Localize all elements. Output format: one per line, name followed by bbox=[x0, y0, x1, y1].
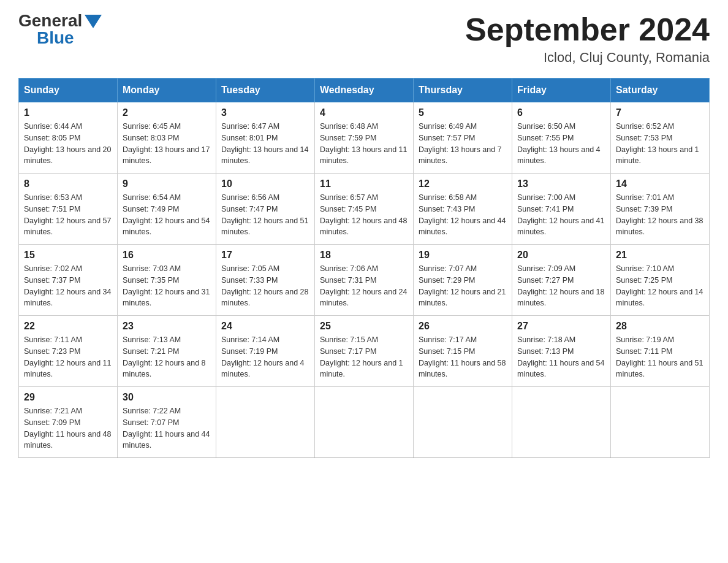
table-row: 17 Sunrise: 7:05 AM Sunset: 7:33 PM Dayl… bbox=[216, 245, 315, 316]
day-number: 22 bbox=[24, 321, 112, 332]
day-info: Sunrise: 6:48 AM Sunset: 7:59 PM Dayligh… bbox=[320, 121, 408, 167]
day-number: 18 bbox=[320, 250, 408, 261]
day-info: Sunrise: 6:49 AM Sunset: 7:57 PM Dayligh… bbox=[419, 121, 507, 167]
day-info: Sunrise: 7:15 AM Sunset: 7:17 PM Dayligh… bbox=[320, 334, 408, 380]
day-info: Sunrise: 6:58 AM Sunset: 7:43 PM Dayligh… bbox=[419, 192, 507, 238]
day-number: 20 bbox=[517, 250, 605, 261]
day-number: 15 bbox=[24, 250, 112, 261]
table-row bbox=[512, 387, 611, 458]
table-row: 16 Sunrise: 7:03 AM Sunset: 7:35 PM Dayl… bbox=[118, 245, 216, 316]
header-friday: Friday bbox=[512, 79, 611, 102]
day-info: Sunrise: 7:05 AM Sunset: 7:33 PM Dayligh… bbox=[221, 263, 309, 309]
calendar-week-row: 15 Sunrise: 7:02 AM Sunset: 7:37 PM Dayl… bbox=[19, 245, 710, 316]
day-info: Sunrise: 7:10 AM Sunset: 7:25 PM Dayligh… bbox=[616, 263, 704, 309]
day-info: Sunrise: 6:57 AM Sunset: 7:45 PM Dayligh… bbox=[320, 192, 408, 238]
weekday-header-row: Sunday Monday Tuesday Wednesday Thursday… bbox=[19, 79, 710, 102]
day-number: 21 bbox=[616, 250, 704, 261]
table-row: 4 Sunrise: 6:48 AM Sunset: 7:59 PM Dayli… bbox=[315, 102, 414, 174]
title-block: September 2024 Iclod, Cluj County, Roman… bbox=[465, 12, 710, 66]
header-monday: Monday bbox=[118, 79, 216, 102]
table-row: 12 Sunrise: 6:58 AM Sunset: 7:43 PM Dayl… bbox=[414, 174, 512, 245]
table-row: 1 Sunrise: 6:44 AM Sunset: 8:05 PM Dayli… bbox=[19, 102, 118, 174]
day-number: 29 bbox=[24, 392, 112, 403]
day-info: Sunrise: 6:56 AM Sunset: 7:47 PM Dayligh… bbox=[221, 192, 309, 238]
day-info: Sunrise: 6:45 AM Sunset: 8:03 PM Dayligh… bbox=[123, 121, 211, 167]
table-row: 6 Sunrise: 6:50 AM Sunset: 7:55 PM Dayli… bbox=[512, 102, 611, 174]
table-row: 30 Sunrise: 7:22 AM Sunset: 7:07 PM Dayl… bbox=[118, 387, 216, 458]
table-row: 14 Sunrise: 7:01 AM Sunset: 7:39 PM Dayl… bbox=[611, 174, 710, 245]
location-text: Iclod, Cluj County, Romania bbox=[465, 50, 710, 66]
logo-triangle-icon bbox=[85, 15, 102, 28]
calendar-week-row: 29 Sunrise: 7:21 AM Sunset: 7:09 PM Dayl… bbox=[19, 387, 710, 458]
table-row: 15 Sunrise: 7:02 AM Sunset: 7:37 PM Dayl… bbox=[19, 245, 118, 316]
day-info: Sunrise: 6:47 AM Sunset: 8:01 PM Dayligh… bbox=[221, 121, 309, 167]
day-info: Sunrise: 6:50 AM Sunset: 7:55 PM Dayligh… bbox=[517, 121, 605, 167]
table-row: 11 Sunrise: 6:57 AM Sunset: 7:45 PM Dayl… bbox=[315, 174, 414, 245]
day-info: Sunrise: 7:22 AM Sunset: 7:07 PM Dayligh… bbox=[123, 405, 211, 451]
day-number: 11 bbox=[320, 178, 408, 190]
calendar-table: Sunday Monday Tuesday Wednesday Thursday… bbox=[18, 78, 710, 458]
day-number: 27 bbox=[517, 321, 605, 332]
header-thursday: Thursday bbox=[414, 79, 512, 102]
table-row: 9 Sunrise: 6:54 AM Sunset: 7:49 PM Dayli… bbox=[118, 174, 216, 245]
table-row: 8 Sunrise: 6:53 AM Sunset: 7:51 PM Dayli… bbox=[19, 174, 118, 245]
table-row bbox=[216, 387, 315, 458]
day-info: Sunrise: 7:19 AM Sunset: 7:11 PM Dayligh… bbox=[616, 334, 704, 380]
day-number: 17 bbox=[221, 250, 309, 261]
day-number: 28 bbox=[616, 321, 704, 332]
day-number: 12 bbox=[419, 178, 507, 190]
day-info: Sunrise: 7:14 AM Sunset: 7:19 PM Dayligh… bbox=[221, 334, 309, 380]
table-row: 7 Sunrise: 6:52 AM Sunset: 7:53 PM Dayli… bbox=[611, 102, 710, 174]
header-saturday: Saturday bbox=[611, 79, 710, 102]
day-info: Sunrise: 6:52 AM Sunset: 7:53 PM Dayligh… bbox=[616, 121, 704, 167]
table-row: 28 Sunrise: 7:19 AM Sunset: 7:11 PM Dayl… bbox=[611, 316, 710, 387]
day-number: 9 bbox=[123, 178, 211, 190]
day-number: 7 bbox=[616, 107, 704, 118]
day-number: 2 bbox=[123, 107, 211, 118]
day-number: 24 bbox=[221, 321, 309, 332]
table-row: 10 Sunrise: 6:56 AM Sunset: 7:47 PM Dayl… bbox=[216, 174, 315, 245]
day-info: Sunrise: 7:11 AM Sunset: 7:23 PM Dayligh… bbox=[24, 334, 112, 380]
day-number: 25 bbox=[320, 321, 408, 332]
table-row bbox=[414, 387, 512, 458]
day-info: Sunrise: 7:09 AM Sunset: 7:27 PM Dayligh… bbox=[517, 263, 605, 309]
logo-general-text: General bbox=[18, 12, 82, 29]
table-row: 22 Sunrise: 7:11 AM Sunset: 7:23 PM Dayl… bbox=[19, 316, 118, 387]
calendar-week-row: 8 Sunrise: 6:53 AM Sunset: 7:51 PM Dayli… bbox=[19, 174, 710, 245]
day-info: Sunrise: 7:18 AM Sunset: 7:13 PM Dayligh… bbox=[517, 334, 605, 380]
table-row: 21 Sunrise: 7:10 AM Sunset: 7:25 PM Dayl… bbox=[611, 245, 710, 316]
page-header: General Blue September 2024 Iclod, Cluj … bbox=[18, 12, 710, 66]
table-row: 26 Sunrise: 7:17 AM Sunset: 7:15 PM Dayl… bbox=[414, 316, 512, 387]
day-info: Sunrise: 7:13 AM Sunset: 7:21 PM Dayligh… bbox=[123, 334, 211, 380]
day-info: Sunrise: 7:06 AM Sunset: 7:31 PM Dayligh… bbox=[320, 263, 408, 309]
day-number: 5 bbox=[419, 107, 507, 118]
day-number: 8 bbox=[24, 178, 112, 190]
table-row: 3 Sunrise: 6:47 AM Sunset: 8:01 PM Dayli… bbox=[216, 102, 315, 174]
logo: General Blue bbox=[18, 12, 102, 47]
day-info: Sunrise: 6:53 AM Sunset: 7:51 PM Dayligh… bbox=[24, 192, 112, 238]
header-tuesday: Tuesday bbox=[216, 79, 315, 102]
day-info: Sunrise: 6:44 AM Sunset: 8:05 PM Dayligh… bbox=[24, 121, 112, 167]
day-info: Sunrise: 7:07 AM Sunset: 7:29 PM Dayligh… bbox=[419, 263, 507, 309]
header-wednesday: Wednesday bbox=[315, 79, 414, 102]
day-number: 30 bbox=[123, 392, 211, 403]
table-row: 25 Sunrise: 7:15 AM Sunset: 7:17 PM Dayl… bbox=[315, 316, 414, 387]
day-number: 3 bbox=[221, 107, 309, 118]
table-row: 19 Sunrise: 7:07 AM Sunset: 7:29 PM Dayl… bbox=[414, 245, 512, 316]
table-row: 2 Sunrise: 6:45 AM Sunset: 8:03 PM Dayli… bbox=[118, 102, 216, 174]
table-row: 24 Sunrise: 7:14 AM Sunset: 7:19 PM Dayl… bbox=[216, 316, 315, 387]
table-row bbox=[611, 387, 710, 458]
table-row: 29 Sunrise: 7:21 AM Sunset: 7:09 PM Dayl… bbox=[19, 387, 118, 458]
calendar-week-row: 1 Sunrise: 6:44 AM Sunset: 8:05 PM Dayli… bbox=[19, 102, 710, 174]
day-info: Sunrise: 7:17 AM Sunset: 7:15 PM Dayligh… bbox=[419, 334, 507, 380]
day-number: 16 bbox=[123, 250, 211, 261]
table-row: 18 Sunrise: 7:06 AM Sunset: 7:31 PM Dayl… bbox=[315, 245, 414, 316]
table-row: 13 Sunrise: 7:00 AM Sunset: 7:41 PM Dayl… bbox=[512, 174, 611, 245]
day-number: 6 bbox=[517, 107, 605, 118]
table-row: 27 Sunrise: 7:18 AM Sunset: 7:13 PM Dayl… bbox=[512, 316, 611, 387]
day-number: 10 bbox=[221, 178, 309, 190]
day-number: 13 bbox=[517, 178, 605, 190]
table-row: 23 Sunrise: 7:13 AM Sunset: 7:21 PM Dayl… bbox=[118, 316, 216, 387]
header-sunday: Sunday bbox=[19, 79, 118, 102]
day-number: 14 bbox=[616, 178, 704, 190]
